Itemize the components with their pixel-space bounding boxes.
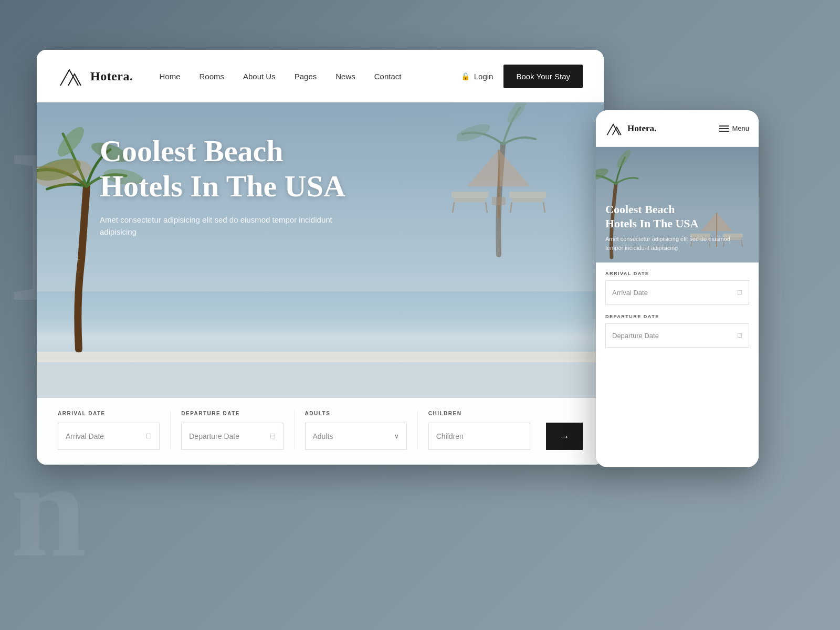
book-button[interactable]: Book Your Stay	[503, 65, 583, 88]
logo-text: Hotera.	[90, 69, 133, 83]
scene: B n Hotera. Home Rooms About Us Pages Ne…	[0, 0, 840, 630]
hero-subtitle: Amet consectetur adipisicing elit sed do…	[100, 214, 362, 238]
svg-point-5	[457, 121, 492, 145]
svg-rect-17	[492, 197, 506, 205]
arrival-date-field: ARRIVAL DATE Arrival Date ☐	[58, 411, 171, 450]
adults-placeholder: Adults	[313, 432, 333, 440]
adults-label: ADULTS	[305, 411, 407, 416]
departure-date-placeholder: Departure Date	[189, 432, 239, 440]
svg-rect-10	[454, 198, 486, 202]
mobile-nav: Hotera. Menu	[596, 110, 759, 147]
nav-links: Home Rooms About Us Pages News Contact	[159, 72, 460, 81]
mobile-arrival-date-label: ARRIVAL DATE	[605, 271, 749, 276]
departure-date-label: DEPARTURE DATE	[181, 411, 283, 416]
departure-date-input[interactable]: Departure Date ☐	[181, 423, 283, 450]
svg-line-12	[486, 202, 487, 213]
desktop-hero: Coolest Beach Hotels In The USA Amet con…	[37, 102, 604, 465]
chevron-down-icon: ∨	[394, 433, 399, 440]
logo-icon	[58, 65, 84, 88]
mobile-calendar-icon-departure: ☐	[737, 332, 742, 339]
mobile-logo-area: Hotera.	[605, 121, 656, 136]
children-field: CHILDREN Children	[428, 411, 541, 450]
logo-area: Hotera.	[58, 65, 133, 88]
mobile-menu-button[interactable]: Menu	[719, 124, 749, 132]
booking-form: ARRIVAL DATE Arrival Date ☐ DEPARTURE DA…	[37, 398, 604, 465]
nav-contact[interactable]: Contact	[374, 72, 402, 81]
arrival-date-label: ARRIVAL DATE	[58, 411, 160, 416]
mobile-logo-icon	[605, 121, 623, 136]
nav-rooms[interactable]: Rooms	[199, 72, 224, 81]
login-button[interactable]: 🔒 Login	[461, 72, 494, 81]
hero-title: Coolest Beach Hotels In The USA	[100, 134, 362, 204]
svg-point-1	[54, 123, 88, 161]
svg-rect-9	[452, 192, 488, 198]
login-label: Login	[474, 72, 494, 81]
nav-about[interactable]: About Us	[243, 72, 276, 81]
mobile-hero: Coolest Beach Hotels In The USA Amet con…	[596, 147, 759, 262]
arrival-date-input[interactable]: Arrival Date ☐	[58, 423, 160, 450]
svg-line-11	[453, 202, 454, 213]
svg-point-6	[505, 102, 530, 125]
nav-pages[interactable]: Pages	[295, 72, 317, 81]
children-placeholder: Children	[436, 432, 464, 440]
svg-rect-13	[509, 192, 546, 198]
mobile-arrival-placeholder: Arrival Date	[612, 289, 648, 297]
svg-line-29	[741, 240, 742, 247]
mobile-arrival-date-input[interactable]: Arrival Date ☐	[605, 280, 749, 304]
mobile-logo-text: Hotera.	[627, 123, 656, 134]
mobile-departure-date-field: DEPARTURE DATE Departure Date ☐	[605, 314, 749, 348]
nav-right: 🔒 Login Book Your Stay	[461, 65, 583, 88]
mobile-menu-label: Menu	[732, 124, 749, 132]
mobile-hero-content: Coolest Beach Hotels In The USA Amet con…	[605, 203, 731, 252]
search-button[interactable]: →	[546, 423, 583, 450]
svg-rect-14	[512, 198, 543, 202]
departure-date-field: DEPARTURE DATE Departure Date ☐	[181, 411, 294, 450]
nav-home[interactable]: Home	[159, 72, 180, 81]
desktop-nav: Hotera. Home Rooms About Us Pages News C…	[37, 50, 604, 102]
beach-chairs-icon	[425, 144, 572, 239]
svg-line-16	[543, 202, 545, 213]
hero-content: Coolest Beach Hotels In The USA Amet con…	[100, 134, 362, 238]
children-input[interactable]: Children	[428, 423, 530, 450]
mobile-departure-date-label: DEPARTURE DATE	[605, 314, 749, 319]
mobile-hero-subtitle: Amet consectetur adipisicing elit sed do…	[605, 235, 731, 252]
desktop-mockup: Hotera. Home Rooms About Us Pages News C…	[37, 50, 604, 465]
svg-line-15	[510, 202, 512, 213]
mobile-booking-form: ARRIVAL DATE Arrival Date ☐ DEPARTURE DA…	[596, 262, 759, 467]
mobile-departure-placeholder: Departure Date	[612, 332, 659, 340]
svg-point-19	[615, 148, 633, 170]
arrival-date-placeholder: Arrival Date	[66, 432, 104, 440]
hamburger-icon	[719, 125, 729, 132]
adults-select[interactable]: Adults ∨	[305, 423, 407, 450]
calendar-icon-departure: ☐	[270, 433, 276, 440]
adults-field: ADULTS Adults ∨	[305, 411, 418, 450]
mobile-hero-title: Coolest Beach Hotels In The USA	[605, 203, 731, 230]
mobile-calendar-icon-arrival: ☐	[737, 289, 742, 296]
svg-point-18	[596, 166, 610, 184]
calendar-icon-arrival: ☐	[146, 433, 152, 440]
mobile-mockup: Hotera. Menu	[596, 110, 759, 467]
nav-news[interactable]: News	[335, 72, 355, 81]
mobile-departure-date-input[interactable]: Departure Date ☐	[605, 323, 749, 348]
search-arrow-icon: →	[559, 430, 570, 443]
children-label: CHILDREN	[428, 411, 530, 416]
mobile-arrival-date-field: ARRIVAL DATE Arrival Date ☐	[605, 271, 749, 304]
lock-icon: 🔒	[461, 72, 470, 80]
